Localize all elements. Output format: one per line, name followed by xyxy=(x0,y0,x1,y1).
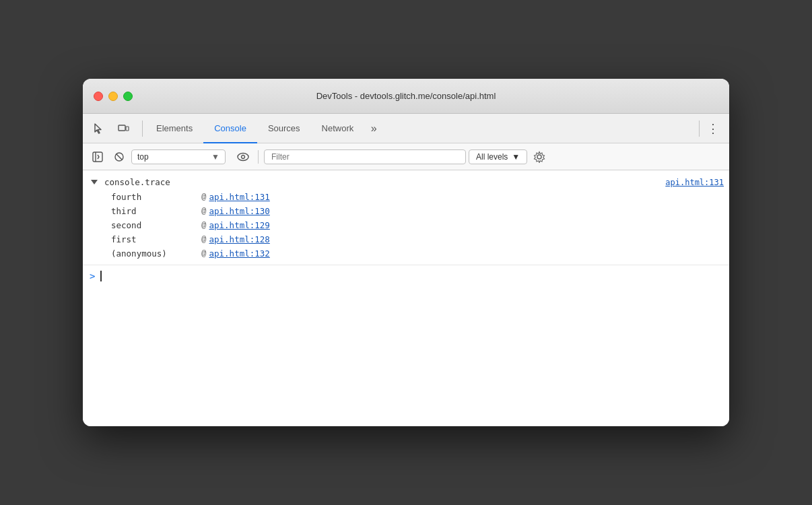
svg-marker-0 xyxy=(95,124,101,133)
svg-rect-2 xyxy=(126,127,129,131)
filter-separator xyxy=(258,150,259,164)
trace-header-left: console.trace xyxy=(91,177,170,187)
cursor-icon xyxy=(93,123,105,135)
table-row: third @ api.html:130 xyxy=(91,204,724,218)
levels-arrow: ▼ xyxy=(512,152,520,162)
minimize-button[interactable] xyxy=(108,92,118,101)
right-separator xyxy=(699,121,700,137)
tabbar-right: ⋮ xyxy=(696,118,724,139)
trace-func-0: fourth xyxy=(111,192,199,202)
trace-label: console.trace xyxy=(104,177,170,187)
sidebar-icon xyxy=(92,152,103,162)
trace-link-3[interactable]: api.html:128 xyxy=(209,234,270,244)
trace-link-1[interactable]: api.html:130 xyxy=(209,206,270,216)
console-input-row: > xyxy=(83,265,729,287)
svg-point-8 xyxy=(242,155,245,158)
table-row: first @ api.html:128 xyxy=(91,232,724,246)
tab-sources[interactable]: Sources xyxy=(257,114,311,143)
window-title: DevTools - devtools.glitch.me/console/ap… xyxy=(316,91,496,101)
tab-elements[interactable]: Elements xyxy=(145,114,203,143)
block-button[interactable] xyxy=(110,147,129,166)
devtools-window: DevTools - devtools.glitch.me/console/ap… xyxy=(83,79,729,426)
trace-at-4: @ xyxy=(201,249,207,259)
trace-link-2[interactable]: api.html:129 xyxy=(209,220,270,230)
tabs: Elements Console Sources Network » xyxy=(145,114,696,143)
context-selector[interactable]: top ▼ xyxy=(131,149,226,164)
tabbar: Elements Console Sources Network » ⋮ xyxy=(83,114,729,143)
trace-func-4: (anonymous) xyxy=(111,248,199,259)
table-row: second @ api.html:129 xyxy=(91,218,724,232)
live-expression-button[interactable] xyxy=(234,147,252,166)
eye-icon xyxy=(237,152,249,162)
maximize-button[interactable] xyxy=(123,92,133,101)
svg-point-9 xyxy=(537,155,541,159)
trace-func-1: third xyxy=(111,206,199,216)
filter-wrap xyxy=(264,149,466,164)
trace-func-3: first xyxy=(111,234,199,244)
trace-at-3: @ xyxy=(201,235,207,244)
block-icon xyxy=(114,152,125,162)
table-row: (anonymous) @ api.html:132 xyxy=(91,246,724,261)
svg-rect-1 xyxy=(119,125,125,131)
trace-link-4[interactable]: api.html:132 xyxy=(209,248,270,259)
settings-button[interactable] xyxy=(530,147,549,166)
filter-input[interactable] xyxy=(271,152,459,162)
console-toolbar: top ▼ All levels ▼ xyxy=(83,143,729,170)
titlebar: DevTools - devtools.glitch.me/console/ap… xyxy=(83,79,729,114)
traffic-lights xyxy=(94,92,133,101)
trace-func-2: second xyxy=(111,220,199,230)
tab-console[interactable]: Console xyxy=(203,114,257,143)
inspect-element-button[interactable] xyxy=(88,118,110,139)
table-row: fourth @ api.html:131 xyxy=(91,190,724,204)
more-options-button[interactable]: ⋮ xyxy=(702,118,724,139)
svg-rect-3 xyxy=(93,152,102,162)
console-content: console.trace api.html:131 fourth @ api.… xyxy=(83,170,729,426)
trace-group: console.trace api.html:131 fourth @ api.… xyxy=(83,170,729,265)
log-levels-button[interactable]: All levels ▼ xyxy=(469,149,527,164)
tab-separator xyxy=(142,121,143,137)
trace-at-2: @ xyxy=(201,221,207,230)
svg-line-6 xyxy=(116,154,123,160)
tabbar-icons xyxy=(88,118,134,139)
trace-header: console.trace api.html:131 xyxy=(91,174,724,190)
tab-network[interactable]: Network xyxy=(311,114,365,143)
trace-at-1: @ xyxy=(201,207,207,216)
expand-toggle[interactable] xyxy=(91,180,98,184)
device-icon xyxy=(117,123,129,135)
trace-link-0[interactable]: api.html:131 xyxy=(209,192,270,202)
trace-header-location[interactable]: api.html:131 xyxy=(665,178,724,187)
console-prompt: > xyxy=(90,271,95,281)
svg-point-7 xyxy=(238,153,248,160)
more-tabs-button[interactable]: » xyxy=(364,119,383,138)
trace-at-0: @ xyxy=(201,193,207,202)
clear-console-button[interactable] xyxy=(88,147,107,166)
context-arrow: ▼ xyxy=(211,152,219,162)
device-toolbar-button[interactable] xyxy=(112,118,134,139)
console-cursor xyxy=(100,271,102,281)
gear-icon xyxy=(533,151,545,163)
close-button[interactable] xyxy=(94,92,103,101)
